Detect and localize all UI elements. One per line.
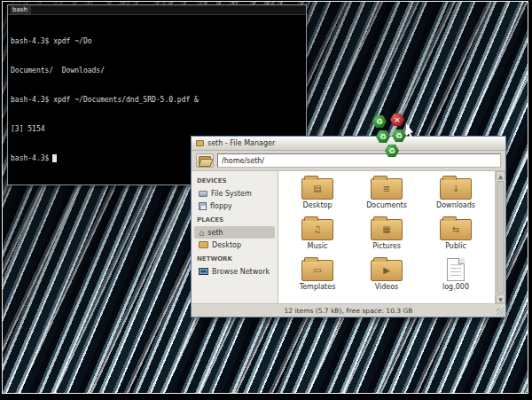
path-input[interactable] [217,153,501,168]
sidebar-item-file-system[interactable]: File System [194,187,275,200]
templates-emblem-icon: ▭ [302,261,332,280]
floppy-icon [199,202,207,210]
file-item-label: Public [445,243,466,250]
terminal-cursor [52,154,57,162]
document-icon [447,258,465,281]
sidebar-item-label: Browse Network [212,268,270,276]
sidebar-header-devices: DEVICES [192,173,278,187]
file-item-label: Desktop [303,202,332,209]
pictures-emblem-icon: ▦ [372,220,402,239]
window-icon [196,140,204,146]
drive-icon [199,191,207,197]
drag-icon-green-1: ♻ [372,115,387,128]
file-item-label: Music [308,243,328,250]
scroll-down-button[interactable]: ▼ [496,294,505,303]
videos-emblem-icon: ▶ [372,261,402,280]
sidebar-item-browse-network[interactable]: Browse Network [194,265,275,278]
folder-icon [199,241,208,248]
documents-emblem-icon: ≣ [372,179,402,199]
desktop-wallpaper[interactable]: bash bash-4.3$ xpdf ~/Do Documents/ Down… [2,1,528,394]
fm-titlebar[interactable]: seth - File Manager [192,137,505,151]
resize-grip[interactable] [497,308,505,316]
folder-icon: ▦ [371,219,403,240]
file-item-public[interactable]: ⇆ Public [421,216,490,256]
downloads-emblem-icon: ↓ [441,179,471,199]
sidebar-item-seth[interactable]: ⌂ seth [194,226,275,239]
recycle-glyph: ♻ [395,132,403,140]
recycle-glyph: ♻ [376,118,383,126]
sidebar-item-label: Desktop [212,241,241,249]
terminal-line: bash-4.3$ xpdf ~/Documents/dnd_SRD-5.0.p… [11,95,303,105]
folder-icon: ≣ [371,178,403,200]
file-manager-window[interactable]: seth - File Manager DEVICES File System … [191,136,506,318]
recycle-glyph: ♻ [388,147,395,155]
sidebar-item-label: seth [207,229,223,237]
file-item-desktop[interactable]: ▤ Desktop [283,175,352,216]
file-item-label: Templates [300,284,336,291]
status-text: 12 items (5.7 kB), Free space: 10.3 GB [285,307,413,315]
folder-icon: ▶ [371,260,403,281]
sidebar-header-places: PLACES [192,212,278,226]
scroll-up-button[interactable]: ▲ [496,171,505,180]
scrollbar[interactable]: ▲ ▼ [495,171,505,303]
scroll-thumb[interactable] [497,181,505,294]
file-item-videos[interactable]: ▶ Videos [352,256,421,297]
network-icon [199,268,208,275]
file-item-pictures[interactable]: ▦ Pictures [352,216,421,256]
folder-icon: ⇆ [440,219,472,240]
public-emblem-icon: ⇆ [441,220,471,239]
open-folder-button[interactable] [196,153,214,168]
desktop-emblem-icon: ▤ [302,179,332,199]
terminal-titlebar[interactable]: bash [8,5,306,15]
file-item-label: Downloads [436,202,475,209]
file-item-label: Pictures [372,243,401,250]
music-emblem-icon: ♫ [302,220,332,239]
fm-sidebar: DEVICES File System floppy PLACES ⌂ seth… [192,171,278,303]
terminal-line: Documents/ Downloads/ [11,66,303,75]
drag-icon-red: × [390,114,404,126]
terminal-title: bash [11,6,31,14]
file-item-templates[interactable]: ▭ Templates [283,256,352,297]
fm-title: seth - File Manager [207,139,275,147]
open-folder-icon [199,156,211,165]
sidebar-item-label: floppy [210,202,232,210]
folder-icon: ▤ [301,178,333,200]
folder-icon: ↓ [440,178,472,200]
terminal-line: bash-4.3$ xpdf ~/Do [11,36,303,46]
status-bar: 12 items (5.7 kB), Free space: 10.3 GB [192,303,505,317]
sidebar-header-network: NETWORK [192,251,278,265]
recycle-glyph: ♻ [379,133,387,141]
deny-glyph: × [394,116,401,124]
sidebar-item-label: File System [211,190,252,198]
terminal-prompt: bash-4.3$ [11,154,49,162]
file-item-log[interactable]: log.000 [421,256,490,297]
file-item-music[interactable]: ♫ Music [283,216,352,256]
file-item-downloads[interactable]: ↓ Downloads [421,175,490,216]
sidebar-item-desktop[interactable]: Desktop [194,239,275,251]
file-item-label: log.000 [442,284,469,291]
file-item-label: Videos [375,284,399,291]
sidebar-item-floppy[interactable]: floppy [194,200,275,212]
fm-toolbar [192,151,505,171]
file-grid: ▤ Desktop ≣ Documents ↓ Downloads ♫ Musi… [278,171,495,303]
terminal-line: [3] 5154 [11,124,303,134]
home-icon: ⌂ [199,229,204,237]
file-item-label: Documents [366,202,407,209]
folder-icon: ▭ [301,260,333,281]
fm-body: DEVICES File System floppy PLACES ⌂ seth… [192,171,505,303]
folder-icon: ♫ [301,219,333,240]
file-item-documents[interactable]: ≣ Documents [352,175,421,216]
